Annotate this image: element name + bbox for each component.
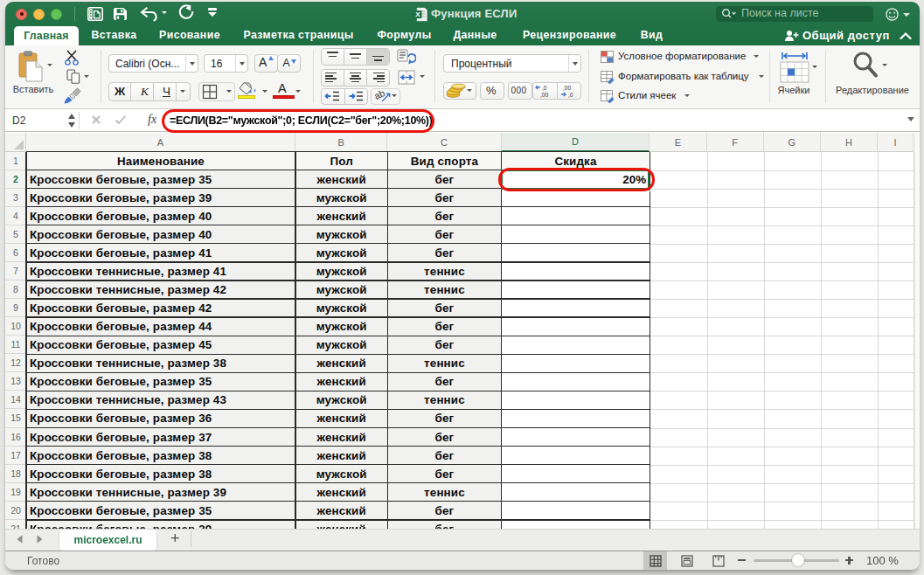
svg-text:,00: ,00 bbox=[540, 91, 548, 97]
svg-text:X: X bbox=[415, 10, 420, 18]
svg-text:,0: ,0 bbox=[542, 85, 547, 91]
svg-text:,00: ,00 bbox=[563, 85, 571, 91]
svg-text:,0: ,0 bbox=[568, 91, 573, 97]
